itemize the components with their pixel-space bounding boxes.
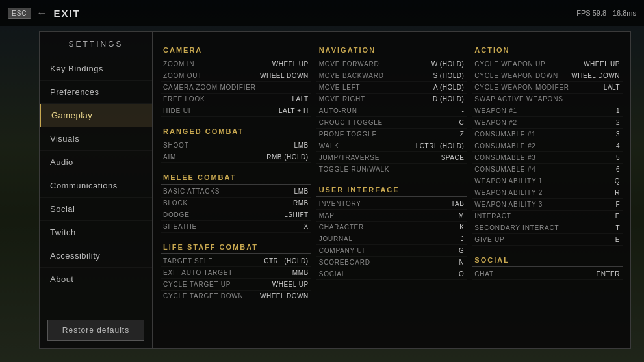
sidebar-item-about[interactable]: About <box>40 268 152 291</box>
exit-button[interactable]: ESC ← EXIT <box>8 6 81 20</box>
column-1: CAMERA ZOOM IN WHEEL UP ZOOM OUT WHEEL D… <box>161 42 311 302</box>
keybind-block[interactable]: BLOCK RMB <box>161 198 311 209</box>
keybind-move-right[interactable]: MOVE RIGHT D (HOLD) <box>316 94 467 105</box>
keybind-auto-run[interactable]: AUTO-RUN - <box>316 105 467 117</box>
keybind-cycle-target-up[interactable]: CYCLE TARGET UP WHEEL UP <box>161 279 311 291</box>
keybind-inventory[interactable]: INVENTORY TAB <box>316 198 467 210</box>
keybind-interact[interactable]: INTERACT E <box>472 211 623 222</box>
sidebar-item-communications[interactable]: Communications <box>40 174 152 198</box>
keybind-move-forward[interactable]: MOVE FORWARD W (HOLD) <box>316 58 467 70</box>
keybind-move-left[interactable]: MOVE LEFT A (HOLD) <box>316 82 467 94</box>
keybind-target-self[interactable]: TARGET SELF LCTRL (HOLD) <box>161 255 311 267</box>
keybind-character[interactable]: CHARACTER K <box>316 222 467 233</box>
keybind-consumable-2[interactable]: CONSUMABLE #2 4 <box>472 140 623 152</box>
keybind-cycle-target-down[interactable]: CYCLE TARGET DOWN WHEEL DOWN <box>161 291 311 302</box>
settings-panel: SETTINGS Key Bindings Preferences Gamepl… <box>39 31 631 349</box>
keybind-zoom-out[interactable]: ZOOM OUT WHEEL DOWN <box>161 70 311 82</box>
esc-badge: ESC <box>8 8 31 19</box>
keybind-dodge[interactable]: DODGE LSHIFT <box>161 209 311 221</box>
keybind-give-up[interactable]: GIVE UP E <box>472 234 623 246</box>
sidebar: SETTINGS Key Bindings Preferences Gamepl… <box>39 31 153 349</box>
sidebar-item-twitch[interactable]: Twitch <box>40 221 152 244</box>
keybind-social[interactable]: SOCIAL O <box>316 268 467 280</box>
keybind-basic-attacks[interactable]: BASIC ATTACKS LMB <box>161 186 311 198</box>
keybind-crouch-toggle[interactable]: CROUCH TOGGLE C <box>316 117 467 129</box>
sidebar-item-gameplay[interactable]: Gameplay <box>40 104 152 127</box>
keybind-weapon-1[interactable]: WEAPON #1 1 <box>472 105 623 117</box>
keybind-sheathe[interactable]: SHEATHE X <box>161 221 311 233</box>
section-action-header: ACTION <box>472 42 623 57</box>
content-area[interactable]: CAMERA ZOOM IN WHEEL UP ZOOM OUT WHEEL D… <box>153 31 631 349</box>
keybind-weapon-ability-1[interactable]: WEAPON ABILITY 1 Q <box>472 175 623 187</box>
section-camera-header: CAMERA <box>161 42 311 57</box>
keybind-walk[interactable]: WALK LCTRL (HOLD) <box>316 140 467 152</box>
sidebar-item-visuals[interactable]: Visuals <box>40 127 152 151</box>
section-social-header: SOCIAL <box>472 252 623 267</box>
keybind-consumable-4[interactable]: CONSUMABLE #4 6 <box>472 164 623 175</box>
keybind-consumable-3[interactable]: CONSUMABLE #3 5 <box>472 152 623 164</box>
keybind-exit-auto-target[interactable]: EXIT AUTO TARGET MMB <box>161 267 311 279</box>
keybind-move-backward[interactable]: MOVE BACKWARD S (HOLD) <box>316 70 467 82</box>
keybind-map[interactable]: MAP M <box>316 210 467 222</box>
keybind-weapon-2[interactable]: WEAPON #2 2 <box>472 117 623 129</box>
section-ranged-combat-header: RANGED COMBAT <box>161 123 311 138</box>
keybind-journal[interactable]: JOURNAL J <box>316 233 467 245</box>
sidebar-item-keybindings[interactable]: Key Bindings <box>40 57 152 81</box>
keybind-aim[interactable]: AIM RMB (HOLD) <box>161 151 311 163</box>
keybind-cycle-weapon-up[interactable]: CYCLE WEAPON UP WHEEL UP <box>472 58 623 70</box>
exit-text: EXIT <box>54 8 81 19</box>
keybind-secondary-interact[interactable]: SECONDARY INTERACT T <box>472 222 623 234</box>
keybind-weapon-ability-3[interactable]: WEAPON ABILITY 3 F <box>472 199 623 211</box>
section-navigation-header: NAVIGATION <box>316 42 467 57</box>
fps-display: FPS 59.8 - 16.8ms <box>576 9 636 17</box>
keybind-prone-toggle[interactable]: PRONE TOGGLE Z <box>316 129 467 140</box>
keybind-cycle-weapon-down[interactable]: CYCLE WEAPON DOWN WHEEL DOWN <box>472 70 623 82</box>
keybind-cycle-weapon-modifier[interactable]: CYCLE WEAPON MODIFER LALT <box>472 82 623 94</box>
back-arrow-icon: ← <box>36 6 49 20</box>
keybind-weapon-ability-2[interactable]: WEAPON ABILITY 2 R <box>472 187 623 199</box>
keybind-shoot[interactable]: SHOOT LMB <box>161 140 311 151</box>
keybind-jump-traverse[interactable]: JUMP/TRAVERSE SPACE <box>316 152 467 164</box>
keybind-company-ui[interactable]: COMPANY UI G <box>316 245 467 257</box>
keybind-free-look[interactable]: FREE LOOK LALT <box>161 94 311 105</box>
keybind-zoom-in[interactable]: ZOOM IN WHEEL UP <box>161 58 311 70</box>
sidebar-item-social[interactable]: Social <box>40 198 152 221</box>
keybind-hide-ui[interactable]: HIDE UI LALT + H <box>161 105 311 117</box>
section-user-interface-header: USER INTERFACE <box>316 182 467 197</box>
section-melee-combat-header: MELEE COMBAT <box>161 170 311 185</box>
column-2: NAVIGATION MOVE FORWARD W (HOLD) MOVE BA… <box>316 42 467 302</box>
keybind-swap-active-weapons[interactable]: SWAP ACTIVE WEAPONS <box>472 94 623 105</box>
settings-title: SETTINGS <box>40 32 152 57</box>
keybind-scoreboard[interactable]: SCOREBOARD N <box>316 257 467 268</box>
sidebar-item-accessibility[interactable]: Accessibility <box>40 244 152 268</box>
keybind-chat[interactable]: CHAT ENTER <box>472 268 623 280</box>
keybind-camera-zoom-modifier[interactable]: CAMERA ZOOM MODIFIER <box>161 82 311 94</box>
keybind-toggle-run-walk[interactable]: TOGGLE RUN/WALK <box>316 164 467 175</box>
sidebar-item-audio[interactable]: Audio <box>40 151 152 174</box>
sidebar-item-preferences[interactable]: Preferences <box>40 81 152 104</box>
sidebar-nav: Key Bindings Preferences Gameplay Visual… <box>40 57 152 312</box>
column-3: ACTION CYCLE WEAPON UP WHEEL UP CYCLE WE… <box>472 42 623 302</box>
keybind-consumable-1[interactable]: CONSUMABLE #1 3 <box>472 129 623 140</box>
top-bar: ESC ← EXIT FPS 59.8 - 16.8ms <box>0 0 644 26</box>
restore-defaults-button[interactable]: Restore defaults <box>47 320 144 341</box>
section-life-staff-header: LIFE STAFF COMBAT <box>161 239 311 254</box>
